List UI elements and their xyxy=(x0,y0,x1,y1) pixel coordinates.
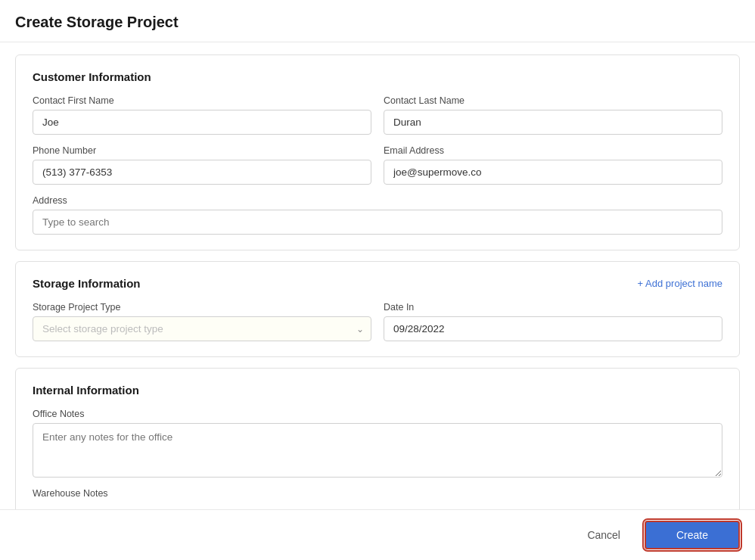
date-in-input[interactable] xyxy=(384,316,722,341)
project-type-select-wrapper: Select storage project type ⌄ xyxy=(33,316,371,341)
page-footer: Cancel Create xyxy=(0,509,755,560)
date-in-label: Date In xyxy=(384,302,722,313)
page-content: Customer Information Contact First Name … xyxy=(0,42,755,509)
first-name-input[interactable] xyxy=(33,110,371,135)
address-input[interactable] xyxy=(33,210,722,235)
project-type-label: Storage Project Type xyxy=(33,302,371,313)
address-group: Address xyxy=(33,195,722,235)
office-notes-textarea[interactable] xyxy=(33,423,722,478)
page-header: Create Storage Project xyxy=(0,0,755,42)
phone-label: Phone Number xyxy=(33,145,371,156)
customer-section-title: Customer Information xyxy=(33,70,151,83)
create-button[interactable]: Create xyxy=(645,521,740,549)
contact-row: Phone Number Email Address xyxy=(33,145,722,185)
customer-information-section: Customer Information Contact First Name … xyxy=(15,54,740,250)
last-name-input[interactable] xyxy=(384,110,722,135)
internal-section-title: Internal Information xyxy=(33,384,139,397)
first-name-label: Contact First Name xyxy=(33,95,371,106)
project-type-group: Storage Project Type Select storage proj… xyxy=(33,302,371,341)
project-type-select[interactable]: Select storage project type xyxy=(33,316,371,341)
storage-section-title: Storage Information xyxy=(33,277,141,290)
name-row: Contact First Name Contact Last Name xyxy=(33,95,722,135)
phone-input[interactable] xyxy=(33,160,371,185)
internal-information-section: Internal Information Office Notes Wareho… xyxy=(15,368,740,509)
internal-section-header: Internal Information xyxy=(33,384,722,397)
office-notes-group: Office Notes xyxy=(33,409,722,478)
storage-information-section: Storage Information + Add project name S… xyxy=(15,261,740,357)
email-group: Email Address xyxy=(384,145,722,185)
email-label: Email Address xyxy=(384,145,722,156)
first-name-group: Contact First Name xyxy=(33,95,371,135)
address-row: Address xyxy=(33,195,722,235)
storage-type-row: Storage Project Type Select storage proj… xyxy=(33,302,722,341)
page-title: Create Storage Project xyxy=(15,14,740,31)
office-notes-row: Office Notes xyxy=(33,409,722,478)
address-label: Address xyxy=(33,195,722,206)
warehouse-notes-label: Warehouse Notes xyxy=(33,488,722,499)
date-in-group: Date In xyxy=(384,302,722,341)
add-project-name-button[interactable]: + Add project name xyxy=(638,278,722,289)
office-notes-label: Office Notes xyxy=(33,409,722,419)
email-input[interactable] xyxy=(384,160,722,185)
last-name-group: Contact Last Name xyxy=(384,95,722,135)
warehouse-notes-row: Warehouse Notes xyxy=(33,488,722,499)
customer-section-header: Customer Information xyxy=(33,70,722,83)
warehouse-notes-group: Warehouse Notes xyxy=(33,488,722,499)
storage-section-header: Storage Information + Add project name xyxy=(33,277,722,290)
cancel-button[interactable]: Cancel xyxy=(575,523,632,547)
phone-group: Phone Number xyxy=(33,145,371,185)
last-name-label: Contact Last Name xyxy=(384,95,722,106)
